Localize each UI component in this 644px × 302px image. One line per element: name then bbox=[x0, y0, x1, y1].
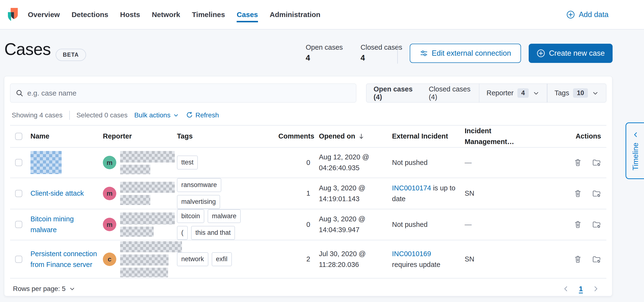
page-header: Cases BETA Open cases 4 Closed cases 4 bbox=[0, 30, 644, 76]
avatar: c bbox=[103, 253, 116, 266]
cases-table: Name Reporter Tags Comments Opened on Ex… bbox=[10, 125, 606, 278]
nav-item-network[interactable]: Network bbox=[152, 0, 180, 29]
bulk-actions-button[interactable]: Bulk actions bbox=[134, 111, 179, 119]
selected-cases-text: Selected 0 cases bbox=[76, 111, 128, 119]
column-header-external-incident: External Incident bbox=[388, 131, 461, 142]
nav-item-timelines[interactable]: Timelines bbox=[192, 0, 225, 29]
push-incident-button[interactable] bbox=[592, 158, 601, 167]
filter-reporter[interactable]: Reporter 4 bbox=[479, 84, 547, 102]
trash-icon bbox=[574, 220, 582, 229]
redacted-reporter-name bbox=[120, 151, 175, 174]
delete-case-button[interactable] bbox=[573, 189, 582, 198]
page-title: Cases bbox=[4, 40, 50, 59]
row-checkbox[interactable] bbox=[15, 159, 22, 166]
rows-per-page-button[interactable]: Rows per page: 5 bbox=[13, 285, 76, 293]
refresh-button[interactable]: Refresh bbox=[186, 111, 219, 119]
push-incident-button[interactable] bbox=[592, 220, 601, 229]
add-data-label: Add data bbox=[579, 10, 608, 19]
column-header-comments: Comments bbox=[278, 131, 310, 142]
page-number-1[interactable]: 1 bbox=[579, 285, 583, 293]
edit-external-connection-button[interactable]: Edit external connection bbox=[410, 44, 521, 63]
chevron-down-icon bbox=[69, 285, 76, 292]
chevron-down-icon bbox=[592, 90, 599, 97]
delete-case-button[interactable] bbox=[573, 255, 582, 264]
next-page-button[interactable] bbox=[592, 285, 600, 293]
incident-management-value: SN bbox=[461, 188, 524, 199]
filter-tags[interactable]: Tags 10 bbox=[548, 84, 606, 102]
row-checkbox[interactable] bbox=[15, 256, 22, 263]
timeline-label: Timeline bbox=[631, 142, 640, 171]
external-incident-value: Not pushed bbox=[388, 219, 461, 230]
incident-management-value: — bbox=[461, 219, 524, 230]
column-header-name[interactable]: Name bbox=[26, 131, 99, 142]
folder-check-icon bbox=[592, 220, 601, 229]
nav-item-administration[interactable]: Administration bbox=[270, 0, 320, 29]
avatar: m bbox=[103, 218, 116, 231]
chevron-up-icon bbox=[632, 131, 639, 138]
filter-closed-cases[interactable]: Closed cases (4) bbox=[422, 84, 479, 102]
table-row: Bitcoin mining malware m bitcoin malware… bbox=[10, 209, 606, 241]
create-new-case-label: Create new case bbox=[549, 49, 605, 58]
external-incident-value: INC0010174 is up to date bbox=[388, 183, 461, 204]
column-header-reporter: Reporter bbox=[99, 131, 173, 142]
tag-badge: malvertising bbox=[177, 195, 220, 209]
filter-tags-label: Tags bbox=[554, 89, 569, 97]
external-incident-link[interactable]: INC0010169 bbox=[392, 248, 461, 259]
trash-icon bbox=[574, 189, 582, 198]
case-name-link[interactable]: Client-side attack bbox=[30, 188, 84, 199]
cases-toolbar: Open cases (4) Closed cases (4) Reporter… bbox=[10, 84, 606, 102]
tag-badge: this and that bbox=[191, 226, 235, 240]
folder-check-icon bbox=[592, 189, 601, 198]
filter-reporter-label: Reporter bbox=[486, 89, 514, 97]
filter-open-cases-label: Open cases (4) bbox=[374, 85, 414, 101]
avatar: m bbox=[103, 187, 116, 200]
push-incident-button[interactable] bbox=[592, 189, 601, 198]
case-name-link[interactable]: Persistent connection from Finance serve… bbox=[30, 248, 99, 270]
tag-badge: exfil bbox=[212, 252, 232, 266]
external-incident-value: INC0010169 requires update bbox=[388, 248, 461, 270]
redacted-case-name[interactable] bbox=[30, 151, 62, 174]
previous-page-button[interactable] bbox=[562, 285, 570, 293]
sort-descending-icon bbox=[358, 133, 365, 140]
utility-divider bbox=[69, 111, 70, 120]
add-data-button[interactable]: Add data bbox=[566, 10, 608, 19]
open-cases-count: 4 bbox=[306, 53, 343, 62]
case-search[interactable] bbox=[10, 84, 356, 102]
opened-on-value: Aug 12, 2020 @ 04:26:40.935 bbox=[310, 152, 388, 173]
external-incident-link[interactable]: INC0010174 bbox=[392, 184, 431, 192]
comments-count: 1 bbox=[278, 188, 310, 199]
nav-item-hosts[interactable]: Hosts bbox=[120, 0, 140, 29]
column-header-actions: Actions bbox=[524, 131, 607, 142]
nav-item-cases[interactable]: Cases bbox=[237, 0, 258, 29]
search-input[interactable] bbox=[27, 89, 351, 97]
closed-cases-count: 4 bbox=[360, 53, 402, 62]
create-new-case-button[interactable]: Create new case bbox=[529, 44, 612, 63]
delete-case-button[interactable] bbox=[573, 158, 582, 167]
case-stats: Open cases 4 Closed cases 4 bbox=[306, 44, 402, 62]
row-checkbox[interactable] bbox=[15, 221, 22, 228]
push-incident-button[interactable] bbox=[592, 255, 601, 264]
nav-item-detections[interactable]: Detections bbox=[72, 0, 108, 29]
folder-check-icon bbox=[592, 158, 601, 167]
case-name-link[interactable]: Bitcoin mining malware bbox=[30, 214, 99, 235]
redacted-reporter-name bbox=[120, 241, 182, 277]
open-cases-label: Open cases bbox=[306, 44, 343, 51]
chevron-left-icon bbox=[562, 285, 570, 293]
redacted-reporter-name bbox=[120, 182, 175, 205]
tag-badge: bitcoin bbox=[177, 209, 204, 223]
incident-management-value: — bbox=[461, 157, 524, 168]
filter-open-cases[interactable]: Open cases (4) bbox=[366, 84, 422, 102]
column-header-opened-on[interactable]: Opened on bbox=[310, 131, 388, 142]
utility-bar: Showing 4 cases Selected 0 cases Bulk ac… bbox=[12, 111, 606, 119]
showing-cases-text: Showing 4 cases bbox=[12, 111, 62, 119]
row-checkbox[interactable] bbox=[15, 190, 22, 197]
nav-item-overview[interactable]: Overview bbox=[28, 0, 60, 29]
plus-in-circle-icon bbox=[566, 10, 575, 19]
external-incident-value: Not pushed bbox=[388, 157, 461, 168]
sliders-icon bbox=[420, 49, 428, 57]
select-all-checkbox[interactable] bbox=[15, 133, 22, 140]
timeline-flyout-button[interactable]: Timeline bbox=[626, 122, 644, 179]
opened-on-label: Opened on bbox=[319, 131, 355, 142]
chevron-down-icon bbox=[532, 90, 540, 97]
delete-case-button[interactable] bbox=[573, 220, 582, 229]
